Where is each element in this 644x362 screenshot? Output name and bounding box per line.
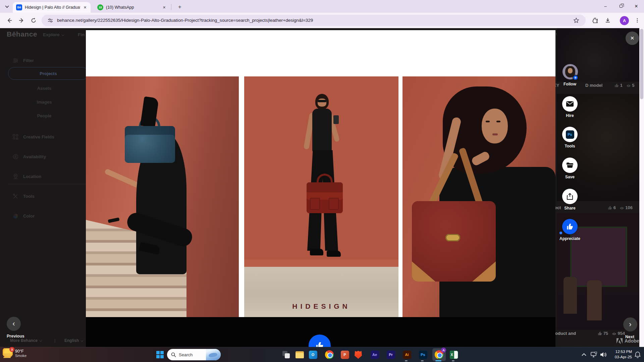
filter-tab-assets[interactable]: Assets (0, 86, 89, 91)
page-scrollbar[interactable] (639, 28, 644, 347)
sidebar-item-location[interactable]: Location (13, 174, 41, 179)
next-project-button[interactable]: › (623, 317, 637, 331)
lightbox-close-button[interactable]: ✕ (626, 32, 639, 45)
search-placeholder: Search (179, 352, 206, 357)
weather-temp: 90°F (15, 349, 26, 354)
thumbsup-icon (315, 341, 324, 347)
sidebar-item-color[interactable]: Color (13, 213, 35, 219)
downloads-button[interactable] (602, 15, 613, 26)
chevron-down-icon (81, 339, 84, 342)
sidebar-item-availability[interactable]: Availability (13, 154, 46, 160)
share-button[interactable] (562, 189, 578, 204)
brave-icon (355, 351, 362, 359)
outlook-icon: O (309, 351, 317, 359)
follow-plus-badge[interactable]: + (573, 75, 578, 80)
address-bar[interactable]: behance.net/gallery/222552635/Hidesign-P… (42, 15, 586, 26)
project-lightbox: HIDESIGN (86, 30, 555, 347)
brave-button[interactable] (353, 350, 363, 360)
browser-toolbar: behance.net/gallery/222552635/Hidesign-P… (0, 13, 644, 28)
sidebar-item-creative-fields[interactable]: Creative Fields (13, 134, 54, 140)
window-restore-button[interactable] (613, 0, 629, 12)
network-tray-button[interactable] (589, 350, 599, 360)
behance-logo[interactable]: Bēhance (7, 30, 37, 38)
decor (412, 201, 496, 282)
decor (445, 234, 460, 241)
chrome-button[interactable] (324, 350, 334, 360)
tab-whatsapp[interactable]: 10 (10) WhatsApp ✕ (94, 2, 170, 13)
filter-tab-projects[interactable]: Projects (8, 67, 89, 80)
appreciate-project-button[interactable] (309, 335, 331, 347)
running-indicator (452, 360, 454, 361)
new-tab-button[interactable]: + (175, 2, 184, 12)
project-image-1[interactable] (86, 76, 239, 317)
decor (492, 133, 498, 135)
filter-tab-images[interactable]: Images (0, 100, 89, 105)
decor (486, 121, 490, 122)
filter-icon (13, 58, 18, 63)
tray-time: 12:53 PM (611, 349, 632, 354)
tab-close-icon[interactable]: ✕ (161, 5, 167, 10)
tab-search-button[interactable] (3, 3, 11, 11)
nav-find[interactable]: Fin (78, 32, 85, 37)
forward-button[interactable] (16, 15, 27, 26)
project-image-2[interactable] (244, 76, 398, 317)
browser-tabstrip: Bē Hidesign | Palo Alto // Graduati ✕ 10… (0, 0, 644, 13)
scrollbar-thumb[interactable] (640, 29, 643, 99)
weather-widget[interactable]: 3 90°F Smoke (3, 348, 26, 358)
tab-behance[interactable]: Bē Hidesign | Palo Alto // Graduati ✕ (13, 2, 91, 13)
photoshop-button[interactable]: Ps (418, 350, 428, 360)
chrome-profile-badge: A (441, 348, 446, 353)
footer-separator: | (54, 338, 55, 343)
decor (587, 280, 602, 320)
powerpoint-button[interactable]: P (340, 350, 350, 360)
clock-tray[interactable]: 12:53 PM 03-Apr-25 (611, 349, 632, 360)
filter-tab-people[interactable]: People (0, 113, 89, 118)
decor (3, 357, 11, 358)
file-explorer-button[interactable] (294, 350, 305, 360)
outlook-button[interactable]: O (308, 350, 318, 360)
follow-label[interactable]: Follow (550, 82, 589, 86)
footer-more-behance[interactable]: More Behance (10, 338, 41, 343)
project-image-3[interactable] (402, 76, 555, 317)
task-view-button[interactable] (281, 350, 291, 360)
premiere-button[interactable]: Pr (386, 350, 396, 360)
thumbsup-icon (608, 206, 612, 210)
taskbar-search[interactable]: Search (167, 349, 221, 360)
decor-dot (559, 232, 562, 234)
decor (307, 182, 343, 192)
decor (482, 109, 508, 143)
window-close-button[interactable]: ✕ (629, 0, 644, 12)
appreciate-button[interactable] (562, 219, 578, 234)
thumbsup-icon (614, 83, 619, 87)
browser-menu-button[interactable] (632, 15, 643, 26)
browser-profile-avatar[interactable]: A (620, 16, 629, 25)
start-button[interactable] (155, 350, 165, 360)
tools-button[interactable]: Ps (562, 127, 578, 142)
hidesign-wordmark: HIDESIGN (244, 302, 398, 310)
tray-show-hidden-button[interactable] (579, 350, 589, 360)
reload-button[interactable] (28, 15, 39, 26)
previous-project-button[interactable]: ‹ (7, 317, 21, 331)
hire-button[interactable] (562, 96, 578, 112)
after-effects-button[interactable]: Ae (370, 350, 380, 360)
notification-bell-button[interactable] (633, 350, 643, 360)
decor (296, 353, 304, 358)
sidebar-item-tools[interactable]: Tools (13, 193, 35, 199)
bookmark-star-button[interactable] (571, 15, 582, 26)
illustrator-button[interactable]: Ai (402, 350, 412, 360)
running-indicator (405, 360, 408, 361)
nav-explore[interactable]: Explore (43, 32, 63, 37)
save-button[interactable] (562, 158, 578, 173)
decor (108, 218, 119, 223)
thumbsup-icon (566, 223, 574, 230)
volume-tray-button[interactable] (598, 350, 608, 360)
appreciate-label: Appreciate (550, 236, 589, 241)
site-settings-icon[interactable] (45, 15, 56, 26)
running-indicator (421, 360, 424, 361)
excel-button[interactable]: X (449, 350, 459, 360)
footer-language[interactable]: English (64, 338, 83, 343)
tab-close-icon[interactable]: ✕ (82, 5, 88, 10)
window-minimize-button[interactable]: – (598, 0, 613, 12)
extensions-button[interactable] (590, 15, 600, 26)
back-button[interactable] (4, 15, 15, 26)
